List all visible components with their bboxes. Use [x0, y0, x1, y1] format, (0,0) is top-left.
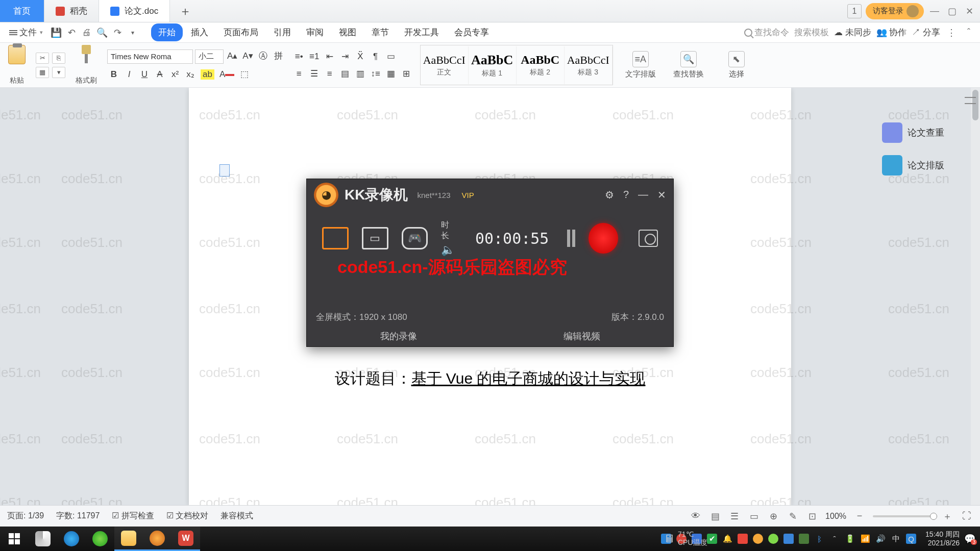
view-read-icon[interactable]: ▭ [748, 510, 760, 522]
style-h2[interactable]: AaBbC标题 2 [517, 46, 565, 84]
ribbon-tab-view[interactable]: 视图 [332, 23, 363, 41]
tray-icon[interactable] [738, 534, 748, 544]
kk-snapshot-icon[interactable] [639, 230, 658, 247]
format-painter[interactable]: 格式刷 [72, 45, 100, 85]
font-size-select[interactable]: 小二 [195, 49, 224, 64]
new-tab-button[interactable]: ＋ [170, 0, 201, 22]
shrink-font[interactable]: A▾ [241, 49, 254, 63]
italic-button[interactable]: I [122, 68, 136, 81]
ribbon-tab-vip[interactable]: 会员专享 [447, 23, 496, 41]
more-icon[interactable]: ⋮ [945, 27, 958, 39]
file-menu[interactable]: 文件▾ [5, 26, 47, 39]
status-spell[interactable]: ☑ 拼写检查 [112, 511, 154, 521]
zoom-in-button[interactable]: ＋ [941, 510, 953, 522]
sync-status[interactable]: ☁ 未同步 [834, 27, 871, 38]
tray-volume-icon[interactable]: 🔊 [875, 534, 886, 544]
view-web-icon[interactable]: ⊕ [767, 510, 779, 522]
bullets-button[interactable]: ≡• [292, 50, 306, 63]
kk-edit-video[interactable]: 编辑视频 [564, 330, 600, 342]
kk-mode-window-icon[interactable]: ▭ [362, 227, 388, 249]
collab-button[interactable]: 👥 协作 [876, 27, 907, 38]
kk-minimize-icon[interactable]: — [638, 189, 648, 201]
paste-options[interactable]: ▾ [52, 67, 65, 78]
copy-button[interactable]: ⎘ [52, 53, 65, 64]
search-command[interactable]: 查找命令 [744, 27, 789, 38]
select-button[interactable]: ⬉选择 [716, 45, 757, 85]
cut-button[interactable]: ✂ [36, 53, 49, 64]
tray-bell-icon[interactable]: 🔔 [722, 534, 732, 544]
ribbon-tab-start[interactable]: 开始 [151, 23, 183, 41]
style-h1[interactable]: AaBbC标题 1 [469, 46, 517, 84]
align-center[interactable]: ☰ [308, 67, 321, 81]
ribbon-tab-insert[interactable]: 插入 [184, 23, 215, 41]
fullscreen-icon[interactable]: ⛶ [961, 510, 973, 522]
align-right[interactable]: ≡ [323, 67, 336, 81]
style-h3[interactable]: AaBbCcI标题 3 [565, 46, 612, 84]
tab-document[interactable]: 论文.doc [99, 0, 170, 22]
start-button[interactable] [0, 527, 29, 551]
paste-group[interactable]: 粘贴 [5, 45, 29, 85]
notification-icon[interactable]: 💬3 [965, 534, 975, 544]
superscript-button[interactable]: x² [168, 68, 182, 81]
share-button[interactable]: ↗ 分享 [912, 27, 940, 38]
status-page[interactable]: 页面: 1/39 [7, 511, 44, 521]
taskbar-clock[interactable]: 15:40 周四 2021/8/26 [925, 530, 960, 547]
eye-icon[interactable]: 👁 [690, 510, 702, 522]
tray-wifi-icon[interactable]: 📶 [860, 534, 870, 544]
zoom-out-button[interactable]: − [853, 510, 866, 522]
kk-titlebar[interactable]: ◕ KK录像机 knet**123 VIP ⚙ ? — ✕ [307, 179, 673, 211]
taskbar-ie[interactable] [57, 527, 86, 551]
kk-mode-screen-icon[interactable] [322, 227, 349, 249]
collapse-panel-icon[interactable] [965, 97, 976, 104]
undo-icon[interactable]: ↶ [65, 27, 78, 39]
phonetic[interactable]: 拼 [272, 49, 285, 63]
save-icon[interactable]: 💾 [50, 27, 62, 39]
kk-help-icon[interactable]: ? [623, 189, 629, 201]
cpu-temp-widget[interactable]: 🖥 71℃CPU温度 [664, 530, 707, 547]
paste-small[interactable]: ▦ [36, 67, 49, 78]
view-page-icon[interactable]: ▤ [709, 510, 721, 522]
ribbon-tab-chapter[interactable]: 章节 [364, 23, 396, 41]
strike-button[interactable]: A [153, 68, 166, 81]
kk-pause-icon[interactable] [567, 230, 575, 247]
kk-settings-icon[interactable]: ⚙ [605, 189, 614, 201]
tray-icon[interactable] [783, 534, 794, 544]
outdent-button[interactable]: ⇤ [323, 50, 336, 63]
style-normal[interactable]: AaBbCcI正文 [421, 46, 469, 84]
tab-home[interactable]: 首页 [0, 0, 44, 22]
view-outline-icon[interactable]: ☰ [728, 510, 741, 522]
tray-arrow-icon[interactable]: ˆ [829, 534, 840, 544]
sidepanel-item-format[interactable]: 论文排版 [879, 152, 976, 179]
more-qat-icon[interactable]: ▾ [127, 27, 139, 39]
align-justify[interactable]: ▤ [338, 67, 352, 81]
clear-format[interactable]: Ⓐ [257, 49, 270, 63]
ribbon-tab-reference[interactable]: 引用 [266, 23, 298, 41]
tray-ime[interactable]: 中 [891, 534, 901, 544]
minimize-button[interactable]: — [928, 5, 941, 18]
ribbon-tab-layout[interactable]: 页面布局 [216, 23, 265, 41]
underline-button[interactable]: U [138, 68, 151, 81]
tray-battery-icon[interactable]: 🔋 [845, 534, 855, 544]
highlight-button[interactable]: ab [199, 68, 216, 81]
preview-icon[interactable]: 🔍 [96, 27, 108, 39]
tab-daoke[interactable]: 稻壳 [44, 0, 99, 22]
align-left[interactable]: ≡ [292, 67, 306, 81]
print-icon[interactable]: 🖨 [81, 27, 93, 39]
close-button[interactable]: ✕ [963, 5, 976, 18]
text-layout-button[interactable]: ≡A文字排版 [620, 45, 661, 85]
status-words[interactable]: 字数: 11797 [56, 511, 100, 521]
border-button[interactable]: ▭ [384, 50, 398, 63]
ribbon-tab-review[interactable]: 审阅 [299, 23, 331, 41]
pen-icon[interactable]: ✎ [787, 510, 799, 522]
sort-button[interactable]: Ẍ [354, 50, 367, 63]
shading-button[interactable]: ▦ [384, 67, 398, 81]
indent-button[interactable]: ⇥ [338, 50, 352, 63]
find-replace-button[interactable]: 🔍查找替换 [668, 45, 709, 85]
zoom-slider[interactable] [873, 515, 934, 517]
kk-close-icon[interactable]: ✕ [657, 189, 666, 201]
tray-icon[interactable] [768, 534, 778, 544]
window-count-badge[interactable]: 1 [847, 4, 862, 18]
kk-mode-game-icon[interactable]: 🎮 [402, 227, 428, 249]
tray-icon[interactable]: ✔ [707, 534, 717, 544]
tray-icon[interactable] [799, 534, 809, 544]
